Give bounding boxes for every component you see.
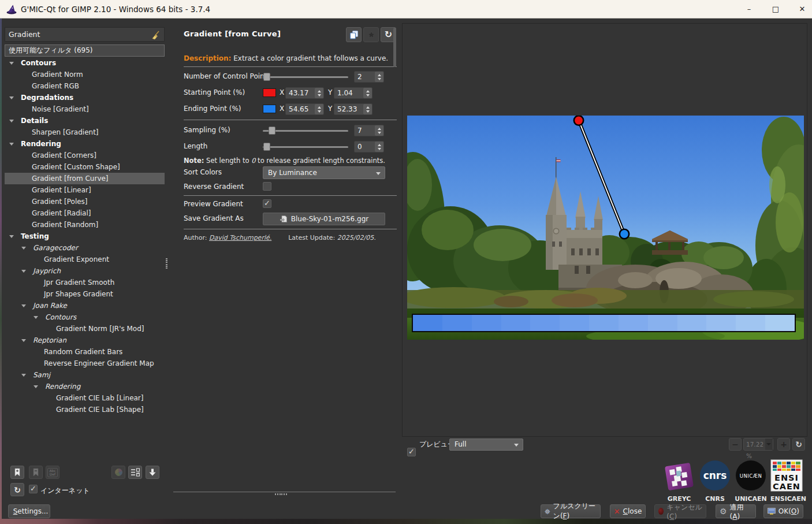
- start-control-point[interactable]: [574, 116, 583, 125]
- tree-item[interactable]: Contours: [5, 311, 165, 323]
- starting-y-spinbox[interactable]: 1.04: [334, 87, 373, 99]
- preview-gradient-checkbox[interactable]: [263, 199, 271, 208]
- tree-item[interactable]: Details: [5, 115, 165, 127]
- control-points-slider[interactable]: [263, 72, 348, 81]
- tree-item[interactable]: Rendering: [5, 138, 165, 150]
- tree-item[interactable]: Gradient [Custom Shape]: [5, 161, 165, 173]
- tree-expand-arrow-icon[interactable]: [9, 62, 14, 65]
- tree-item-label: Sharpen [Gradient]: [32, 127, 99, 138]
- preview-gradient-label: Preview Gradient: [184, 200, 243, 208]
- end-control-point[interactable]: [620, 229, 629, 239]
- tree-expand-arrow-icon[interactable]: [9, 235, 14, 238]
- x-label: X: [280, 88, 284, 96]
- ensicaen-logo[interactable]: ENSI CAEN ENSICAEN: [770, 459, 803, 503]
- apply-button[interactable]: ⚙ 適用(A): [716, 504, 756, 518]
- close-button[interactable]: ✕ Close: [610, 504, 646, 518]
- tree-item-label: Noise [Gradient]: [32, 103, 89, 115]
- tree-item[interactable]: Gradient Norm [JR's Mod]: [5, 323, 165, 335]
- tree-item[interactable]: Sharpen [Gradient]: [5, 127, 165, 138]
- panel-scrollbar-thumb[interactable]: [393, 28, 396, 67]
- tree-expand-arrow-icon[interactable]: [33, 385, 38, 388]
- download-filters-button[interactable]: [146, 466, 159, 479]
- tree-expand-arrow-icon[interactable]: [21, 247, 26, 250]
- tree-expand-arrow-icon[interactable]: [21, 304, 26, 307]
- tree-item[interactable]: Jpr Shapes Gradient: [5, 288, 165, 300]
- tree-expand-arrow-icon[interactable]: [9, 120, 14, 122]
- tree-item[interactable]: Reverse Engineer Gradient Map: [5, 358, 165, 369]
- tree-item[interactable]: Gradient Norm: [5, 69, 165, 80]
- add-fave-button[interactable]: [10, 466, 24, 479]
- cnrs-logo[interactable]: cnrs CNRS: [699, 459, 731, 503]
- zoom-reset-button[interactable]: ↻: [792, 438, 805, 451]
- refresh-filters-button[interactable]: ↻: [10, 483, 24, 496]
- tree-item[interactable]: Rendering: [5, 381, 165, 392]
- tree-item[interactable]: Samj: [5, 369, 165, 381]
- tree-expand-arrow-icon[interactable]: [9, 96, 14, 99]
- preview-image[interactable]: [407, 116, 804, 340]
- tree-item[interactable]: Gradient [Random]: [5, 219, 165, 231]
- tree-item[interactable]: Gradient CIE Lab [Shape]: [5, 404, 165, 415]
- tree-item[interactable]: Degradations: [5, 92, 165, 103]
- unicaen-logo[interactable]: UNICÆN UNICAEN: [735, 459, 767, 503]
- fullscreen-button[interactable]: フルスクリーン(F): [541, 504, 601, 518]
- tree-item[interactable]: Noise [Gradient]: [5, 103, 165, 115]
- tree-item[interactable]: Gradient [Corners]: [5, 150, 165, 161]
- tree-item[interactable]: Jpr Gradient Smooth: [5, 277, 165, 288]
- tree-item[interactable]: Jayprich: [5, 265, 165, 277]
- length-spinbox[interactable]: 0: [354, 141, 384, 153]
- sampling-spinbox[interactable]: 7: [354, 125, 384, 136]
- length-slider[interactable]: [263, 142, 348, 151]
- tree-item[interactable]: Gradient RGB: [5, 80, 165, 92]
- preview-checkbox[interactable]: [407, 448, 416, 456]
- clear-search-broom-icon[interactable]: [151, 30, 161, 40]
- tree-item[interactable]: Joan Rake: [5, 300, 165, 311]
- greyc-logo[interactable]: GREYC: [663, 459, 695, 503]
- starting-point-color-swatch[interactable]: [263, 88, 276, 97]
- tree-item[interactable]: Gradient [Linear]: [5, 184, 165, 196]
- minimize-button[interactable]: –: [739, 0, 759, 18]
- tree-expand-arrow-icon[interactable]: [33, 316, 38, 319]
- tree-item[interactable]: Contours: [5, 57, 165, 69]
- tree-item-label: Rendering: [21, 138, 61, 150]
- tree-item[interactable]: Gradient CIE Lab [Linear]: [5, 392, 165, 404]
- ok-button[interactable]: OK(O): [763, 504, 803, 518]
- tree-item[interactable]: Gradient [Poles]: [5, 196, 165, 207]
- bottom-splitter-handle[interactable]: [275, 493, 288, 495]
- internet-checkbox[interactable]: [29, 485, 38, 493]
- left-splitter-handle[interactable]: [166, 258, 167, 269]
- tree-expand-arrow-icon[interactable]: [21, 374, 26, 377]
- close-window-button[interactable]: ✕: [792, 0, 812, 18]
- fave-star-icon: [367, 30, 376, 39]
- gradient-step: [677, 315, 707, 331]
- ending-point-color-swatch[interactable]: [263, 105, 276, 113]
- tree-expand-arrow-icon[interactable]: [21, 339, 26, 342]
- settings-button[interactable]: Settings...: [8, 504, 50, 518]
- sampling-slider[interactable]: [263, 126, 348, 135]
- gmic-app-icon: [6, 3, 17, 15]
- tree-expand-arrow-icon[interactable]: [21, 270, 26, 273]
- copy-command-button[interactable]: [346, 27, 362, 42]
- tree-item[interactable]: Garagecoder: [5, 242, 165, 254]
- tree-expand-arrow-icon[interactable]: [9, 143, 14, 146]
- preview-mode-dropdown[interactable]: Full: [449, 438, 523, 451]
- ending-y-spinbox[interactable]: 52.33: [334, 103, 373, 115]
- tree-item[interactable]: Random Gradient Bars: [5, 346, 165, 358]
- save-gradient-button[interactable]: Blue-Sky-01-m256.ggr: [263, 213, 385, 225]
- tree-item[interactable]: Testing: [5, 231, 165, 242]
- tree-item[interactable]: Gradient [from Curve]: [5, 173, 165, 184]
- tree-item-label: Gradient Norm [JR's Mod]: [56, 323, 144, 335]
- starting-x-spinbox[interactable]: 43.17: [285, 87, 324, 99]
- tree-item[interactable]: Gradient Exponent: [5, 254, 165, 265]
- search-input[interactable]: [9, 28, 141, 40]
- maximize-button[interactable]: □: [766, 0, 785, 18]
- sort-colors-dropdown[interactable]: By Luminance: [263, 166, 385, 179]
- tree-item[interactable]: Reptorian: [5, 335, 165, 346]
- reverse-gradient-checkbox[interactable]: [263, 182, 271, 191]
- remove-fave-button: [29, 466, 43, 479]
- tree-item[interactable]: Gradient [Radial]: [5, 207, 165, 219]
- ending-x-spinbox[interactable]: 54.65: [285, 103, 324, 115]
- control-points-spinbox[interactable]: 2: [354, 71, 384, 83]
- filter-selection-button[interactable]: [128, 466, 142, 479]
- tree-item-label: Garagecoder: [33, 242, 78, 254]
- author-link[interactable]: David Tschumperlé.: [209, 234, 271, 241]
